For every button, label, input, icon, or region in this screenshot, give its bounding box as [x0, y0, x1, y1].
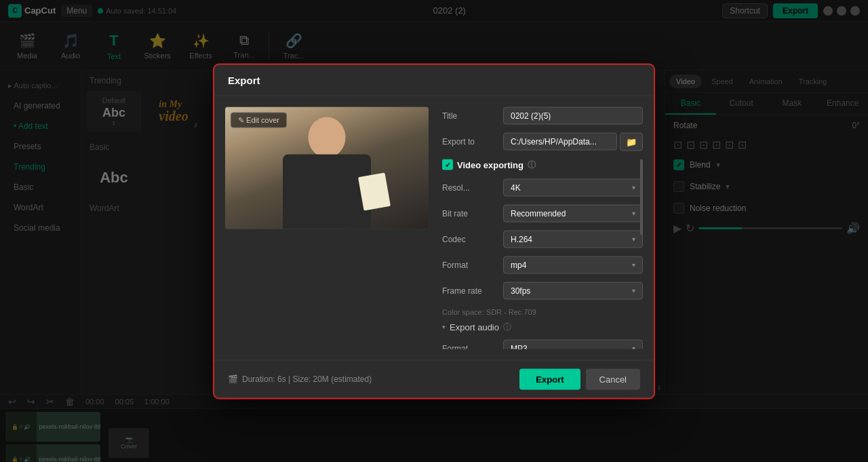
codec-label: Codec [442, 234, 503, 244]
format-select[interactable]: mp4 ▾ [503, 256, 643, 273]
video-export-checkbox[interactable]: ✓ [442, 159, 453, 170]
export-confirm-button[interactable]: Export [519, 368, 580, 389]
framerate-label: Frame rate [442, 286, 503, 295]
title-field-row: Title [442, 107, 643, 124]
duration-info: 🎬 Duration: 6s | Size: 20M (estimated) [228, 374, 372, 384]
color-space-text: Color space: SDR - Rec.709 [442, 307, 643, 315]
audio-info-icon[interactable]: ⓘ [503, 321, 511, 332]
format-arrow-icon: ▾ [632, 261, 635, 269]
codec-row: Codec H.264 ▾ [442, 230, 643, 248]
preview-image: ✎ Edit cover [225, 107, 429, 229]
title-label: Title [442, 111, 503, 120]
audio-format-value: MP3 [511, 343, 528, 349]
bitrate-select[interactable]: Recommended ▾ [503, 204, 643, 222]
format-value: mp4 [511, 260, 526, 269]
export-path-text: C:/Users/HP/AppData... [511, 137, 597, 147]
footer-buttons: Export Cancel [519, 368, 640, 389]
scrollbar-indicator[interactable] [640, 159, 643, 235]
bitrate-label: Bit rate [442, 208, 503, 218]
folder-browse-button[interactable]: 📁 [620, 132, 643, 151]
resolution-select[interactable]: 4K ▾ [503, 178, 643, 196]
duration-text: Duration: 6s | Size: 20M (estimated) [242, 374, 372, 384]
resolution-value: 4K [511, 182, 521, 192]
audio-toggle[interactable]: ▾ Export audio ⓘ [442, 321, 643, 332]
framerate-select[interactable]: 30fps ▾ [503, 282, 643, 299]
audio-format-label: Format [442, 343, 503, 349]
export-to-label: Export to [442, 137, 503, 147]
bitrate-arrow-icon: ▾ [632, 210, 635, 217]
codec-value: H.264 [511, 234, 532, 244]
dialog-footer: 🎬 Duration: 6s | Size: 20M (estimated) E… [214, 360, 654, 398]
bitrate-row: Bit rate Recommended ▾ [442, 204, 643, 222]
codec-arrow-icon: ▾ [632, 235, 635, 243]
video-info-icon[interactable]: ⓘ [528, 159, 536, 170]
framerate-row: Frame rate 30fps ▾ [442, 282, 643, 299]
dialog-title: Export [228, 74, 260, 85]
framerate-arrow-icon: ▾ [632, 287, 635, 294]
audio-format-arrow-icon: ▾ [632, 345, 635, 349]
export-to-input[interactable]: C:/Users/HP/AppData... [503, 133, 617, 151]
audio-format-row: Format MP3 ▾ [442, 339, 643, 349]
dialog-header: Export [214, 64, 654, 96]
framerate-value: 30fps [511, 286, 530, 295]
video-export-label: Video exporting [457, 159, 524, 170]
export-dialog: Export ✎ Edit cover Title [214, 64, 654, 398]
audio-export-section: ▾ Export audio ⓘ Format MP3 ▾ [442, 321, 643, 349]
dialog-preview: ✎ Edit cover [225, 107, 429, 349]
format-row: Format mp4 ▾ [442, 256, 643, 273]
edit-cover-button[interactable]: ✎ Edit cover [231, 112, 287, 128]
export-to-field-row: Export to C:/Users/HP/AppData... 📁 [442, 132, 643, 151]
resolution-label: Resol... [442, 182, 503, 192]
audio-triangle-icon: ▾ [442, 324, 446, 330]
cancel-button[interactable]: Cancel [586, 368, 640, 389]
resolution-arrow-icon: ▾ [632, 184, 635, 191]
settings-scroll: ✓ Video exporting ⓘ Resol... 4K ▾ Bit ra… [442, 159, 643, 349]
duration-icon: 🎬 [228, 374, 238, 384]
audio-format-select[interactable]: MP3 ▾ [503, 339, 643, 349]
person-body [283, 154, 371, 229]
bitrate-value: Recommended [511, 208, 566, 218]
export-to-input-group: C:/Users/HP/AppData... 📁 [503, 132, 643, 151]
codec-select[interactable]: H.264 ▾ [503, 230, 643, 248]
resolution-row: Resol... 4K ▾ [442, 178, 643, 196]
audio-export-label: Export audio [450, 322, 499, 332]
title-input[interactable] [503, 107, 643, 124]
dialog-fields: Title Export to C:/Users/HP/AppData... 📁… [442, 107, 643, 349]
video-export-section: ✓ Video exporting ⓘ [442, 159, 643, 170]
format-label: Format [442, 260, 503, 269]
dialog-body: ✎ Edit cover Title Export to C:/Users/HP… [214, 96, 654, 360]
paper [358, 172, 391, 210]
person-head [309, 117, 346, 157]
